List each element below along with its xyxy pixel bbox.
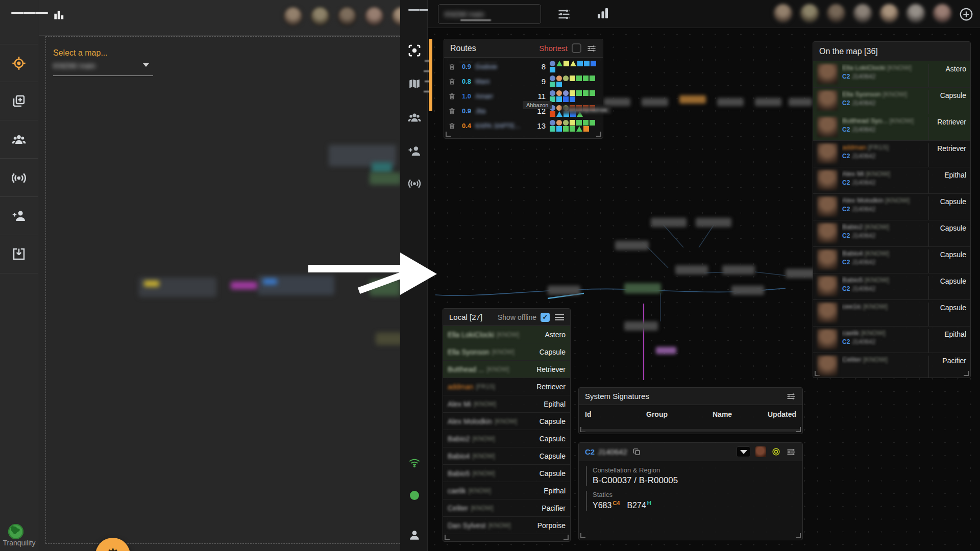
local-pilot-row[interactable]: Babio4 [KNOW] Capsule	[443, 447, 570, 465]
column-header[interactable]: Group	[646, 410, 713, 418]
blurred-system-node[interactable]	[642, 98, 668, 106]
filters-icon[interactable]	[557, 7, 571, 21]
routes-header[interactable]: Routes Shortest	[444, 39, 603, 58]
blurred-system-node[interactable]	[651, 218, 687, 227]
route-row[interactable]: 0.8 Mani 9	[444, 74, 603, 89]
add-circle-icon[interactable]	[959, 7, 974, 22]
delete-route-icon[interactable]	[448, 92, 456, 100]
blurred-system-node[interactable]	[548, 286, 580, 295]
install-icon[interactable]	[11, 246, 27, 262]
map-pilot-row[interactable]: Celiter [KNOW] Pacifier	[813, 353, 970, 378]
groups-icon[interactable]	[11, 132, 27, 148]
static-wormhole[interactable]: Y683C4	[593, 501, 620, 510]
add-map-icon[interactable]	[11, 93, 27, 109]
avatar[interactable]	[773, 3, 793, 23]
avatar[interactable]	[905, 3, 926, 23]
avatar[interactable]	[852, 3, 873, 23]
local-header[interactable]: Local [27] Show offline ✓	[443, 309, 570, 326]
column-header[interactable]: Updated	[768, 410, 796, 418]
delete-route-icon[interactable]	[448, 122, 456, 130]
show-offline-checkbox[interactable]: ✓	[541, 313, 550, 322]
blurred-system-node[interactable]	[604, 98, 630, 106]
local-pilot-row[interactable]: Ella LokiClocki [KNOW] Astero	[443, 326, 570, 343]
map-pilot-row[interactable]: Ella LokiClocki [KNOW] C2J140642 Astero	[813, 61, 970, 88]
locate-icon[interactable]	[11, 55, 27, 71]
person-add-icon[interactable]	[407, 144, 422, 158]
map-pilot-row[interactable]: cee1ic [KNOW] Capsule	[813, 300, 970, 327]
avatar[interactable]	[932, 3, 952, 23]
avatar[interactable]	[283, 6, 303, 27]
avatar[interactable]	[826, 3, 846, 23]
local-pilot-row[interactable]: Celiter [KNOW] Pacifier	[443, 499, 570, 517]
map-pilot-row[interactable]: Babio4 [KNOW] C2J140642 Capsule	[813, 247, 970, 273]
shortest-checkbox[interactable]	[572, 43, 581, 53]
blurred-system-node[interactable]	[615, 241, 649, 250]
map-icon[interactable]	[407, 77, 422, 91]
blurred-system-node[interactable]	[755, 98, 781, 106]
avatar[interactable]	[391, 6, 400, 27]
target-icon[interactable]	[771, 447, 781, 457]
avatar[interactable]	[799, 3, 820, 23]
person-add-icon[interactable]	[11, 208, 27, 223]
blurred-system-node[interactable]	[786, 269, 815, 278]
local-pilot-row[interactable]: caelik [KNOW] Epithal	[443, 482, 570, 499]
map-pilot-row[interactable]: Alex Mi [KNOW] C2J140642 Epithal	[813, 167, 970, 194]
wormhole-type-icon[interactable]	[737, 446, 750, 457]
broadcast-icon[interactable]	[11, 170, 27, 186]
signatures-settings-icon[interactable]	[786, 391, 796, 402]
route-mode-label[interactable]: Shortest	[539, 44, 568, 53]
route-row[interactable]: 0.4 КАРА ЗАРТЕ... 13	[444, 118, 603, 133]
delete-route-icon[interactable]	[448, 78, 456, 85]
local-pilot-row[interactable]: Babio2 [KNOW] Capsule	[443, 430, 570, 447]
copy-icon[interactable]	[632, 447, 641, 456]
system-settings-icon[interactable]	[786, 447, 796, 457]
user-icon[interactable]	[408, 529, 421, 542]
blurred-system-node[interactable]	[722, 265, 755, 274]
blurred-system-node[interactable]	[731, 286, 764, 295]
map-pilot-row[interactable]: caelik [KNOW] C2J140642 Epithal	[813, 327, 970, 353]
column-header[interactable]: Id	[585, 410, 646, 418]
avatar[interactable]	[310, 6, 330, 27]
local-pilot-row[interactable]: Babio5 [KNOW] Capsule	[443, 465, 570, 482]
focus-select-icon[interactable]	[407, 43, 422, 58]
horizontal-scrollbar[interactable]	[581, 429, 800, 432]
stats-icon[interactable]	[595, 6, 610, 21]
blurred-system-node[interactable]	[679, 95, 706, 104]
bar-chart-icon[interactable]	[52, 8, 65, 21]
blurred-system-node[interactable]	[675, 265, 708, 274]
blurred-system-node[interactable]	[656, 347, 676, 354]
on-the-map-header[interactable]: On the map [36]	[813, 42, 970, 61]
map-pilot-row[interactable]: Babio2 [KNOW] C2J140642 Capsule	[813, 220, 970, 247]
menu-icon[interactable]	[11, 10, 48, 16]
local-menu-icon[interactable]	[555, 313, 564, 322]
local-pilot-row[interactable]: Butthead ... [KNOW] Retriever	[443, 361, 570, 378]
map-name-input[interactable]: KNOW main	[438, 4, 541, 24]
map-pilot-row[interactable]: Alex Molodkin [KNOW] C2J140642 Capsule	[813, 194, 970, 220]
map-dropdown[interactable]: KNOW main	[53, 61, 153, 70]
static-wormhole[interactable]: B274H	[627, 501, 651, 510]
route-row[interactable]: 0.9 Dodixie 8	[444, 59, 603, 74]
blurred-system-node[interactable]	[696, 218, 731, 227]
local-pilot-row[interactable]: Dan Sylvest [KNOW] Porpoise	[443, 517, 570, 534]
avatar[interactable]	[337, 6, 357, 27]
blurred-system-node[interactable]	[624, 283, 661, 293]
local-pilot-row[interactable]: Alex Mi [KNOW] Epithal	[443, 395, 570, 413]
groups-icon[interactable]	[407, 110, 422, 126]
delete-route-icon[interactable]	[448, 107, 456, 115]
blurred-system-node[interactable]	[624, 321, 658, 331]
map-pilot-row[interactable]: Butthead Syo... [KNOW] C2J140642 Retriev…	[813, 114, 970, 141]
map-pilot-row[interactable]: Ella Syonson [KNOW] C2J140642 Capsule	[813, 88, 970, 114]
map-pilot-row[interactable]: addman [FR1S] C2J140642 Retriever	[813, 141, 970, 167]
avatar[interactable]	[364, 6, 384, 27]
local-pilot-row[interactable]: addman [FR1S] Retriever	[443, 378, 570, 395]
system-info-header[interactable]: C2 J140642	[579, 443, 802, 461]
signatures-header[interactable]: System Signatures	[579, 388, 802, 405]
column-header[interactable]: Name	[713, 410, 768, 418]
avatar[interactable]	[879, 3, 899, 23]
routes-settings-icon[interactable]	[586, 43, 597, 54]
effect-icon[interactable]	[755, 446, 766, 457]
blurred-system-node[interactable]	[789, 98, 812, 106]
local-pilot-row[interactable]: Ella Syonson [KNOW] Capsule	[443, 343, 570, 361]
blurred-system-node[interactable]	[717, 98, 744, 106]
broadcast-icon[interactable]	[407, 177, 422, 191]
